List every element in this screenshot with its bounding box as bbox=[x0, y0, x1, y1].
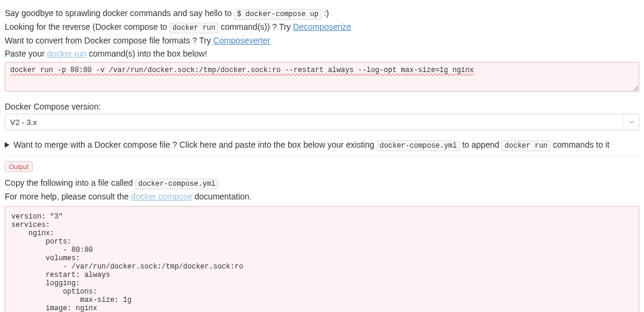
text: to append bbox=[462, 140, 501, 149]
divider bbox=[5, 156, 639, 157]
intro-goodbye: Say goodbye to sprawling docker commands… bbox=[5, 8, 639, 18]
code-compose-yml: docker-compose.yml bbox=[135, 179, 219, 189]
code-docker-run: docker run bbox=[169, 23, 218, 33]
copy-instruction: Copy the following into a file called do… bbox=[5, 178, 639, 188]
text: Say goodbye to sprawling docker commands… bbox=[5, 8, 234, 18]
text: Looking for the reverse (Docker compose … bbox=[5, 22, 169, 32]
output-yaml[interactable]: version: "3" services: nginx: ports: - 8… bbox=[5, 206, 639, 312]
composeverter-link[interactable]: Composeverter bbox=[213, 36, 271, 45]
intro-convert: Want to convert from Docker compose file… bbox=[5, 36, 639, 45]
merge-summary[interactable]: Want to merge with a Docker compose file… bbox=[5, 139, 639, 151]
text: Paste your bbox=[5, 49, 47, 58]
version-label: Docker Compose version: bbox=[5, 102, 639, 111]
text: For more help, please consult the bbox=[5, 192, 131, 201]
code-compose-up: $ docker-compose up bbox=[234, 9, 321, 20]
help-line: For more help, please consult the docker… bbox=[5, 192, 639, 201]
compose-version-select[interactable]: V2 - 3.x bbox=[5, 114, 639, 130]
code-compose-yml: docker-compose.yml bbox=[377, 141, 460, 151]
text: command(s)) ? Try bbox=[221, 22, 293, 32]
tab-output[interactable]: Output bbox=[5, 161, 33, 172]
intro-reverse: Looking for the reverse (Docker compose … bbox=[5, 22, 639, 32]
text: Want to merge with a Docker compose file… bbox=[14, 140, 377, 149]
intro-paste: Paste your docker run command(s) into th… bbox=[5, 49, 639, 58]
text: Copy the following into a file called bbox=[5, 178, 135, 188]
chevron-down-icon bbox=[623, 114, 639, 130]
docker-compose-docs-link[interactable]: docker compose bbox=[131, 192, 193, 201]
text: Want to convert from Docker compose file… bbox=[5, 36, 213, 45]
docker-run-link[interactable]: docker run bbox=[47, 49, 86, 58]
docker-run-input[interactable] bbox=[5, 62, 639, 92]
tab-row: Output bbox=[5, 161, 639, 172]
text: command(s) into the box below! bbox=[89, 49, 207, 58]
decomposerize-link[interactable]: Decomposerize bbox=[293, 22, 351, 32]
text: commands to it bbox=[553, 140, 609, 149]
merge-disclosure[interactable]: Want to merge with a Docker compose file… bbox=[5, 139, 639, 151]
text: :) bbox=[324, 8, 329, 18]
code-docker-run: docker run bbox=[501, 141, 550, 151]
select-value: V2 - 3.x bbox=[5, 116, 623, 129]
text: documentation. bbox=[194, 192, 252, 201]
